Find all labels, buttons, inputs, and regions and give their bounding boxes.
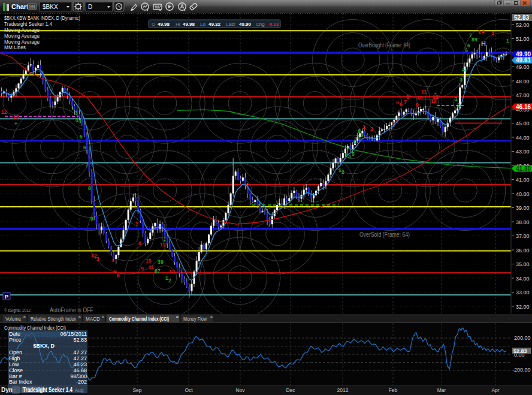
svg-text:9: 9 [141, 266, 144, 272]
svg-text:Dec: Dec [286, 387, 295, 393]
svg-text:4: 4 [111, 257, 114, 263]
svg-text:2: 2 [74, 110, 77, 116]
svg-text:9: 9 [161, 259, 164, 265]
svg-text:3: 3 [392, 120, 395, 126]
svg-text:MACD: MACD [86, 316, 100, 322]
svg-text:49.98: 49.98 [183, 22, 195, 27]
svg-text:1: 1 [506, 38, 509, 44]
svg-text:Date: Date [9, 331, 20, 337]
svg-text:Open: Open [9, 349, 22, 355]
svg-text:Moving Average: Moving Average [4, 33, 40, 39]
svg-text:51.00: 51.00 [516, 36, 530, 42]
svg-text:2: 2 [341, 169, 344, 175]
svg-text:6: 6 [400, 101, 403, 107]
svg-text:34.00: 34.00 [516, 276, 530, 282]
svg-text:47.00: 47.00 [516, 92, 530, 98]
svg-text:49.32: 49.32 [208, 22, 221, 27]
svg-text:Bar #: Bar # [9, 373, 22, 379]
svg-text:7: 7 [135, 221, 138, 227]
svg-text:×: × [176, 314, 179, 319]
svg-text:49.98: 49.98 [158, 22, 170, 27]
svg-text:© eSignal, 2012: © eSignal, 2012 [4, 307, 31, 313]
svg-text:7: 7 [356, 134, 359, 140]
svg-text:Volume: Volume [5, 316, 21, 322]
svg-text:32.00: 32.00 [516, 304, 530, 310]
svg-text:OverBought (Frame: 64): OverBought (Frame: 64) [358, 42, 410, 49]
svg-text:Commodity Channel Index (CCI): Commodity Channel Index (CCI) [4, 324, 66, 331]
svg-text:11: 11 [149, 264, 154, 270]
svg-text:H: H [481, 40, 486, 47]
svg-text:3: 3 [96, 256, 99, 262]
svg-text:46.16: 46.16 [516, 104, 531, 110]
svg-text:41.00: 41.00 [516, 177, 530, 183]
svg-text:52.00: 52.00 [516, 22, 530, 28]
svg-text:×: × [210, 314, 213, 319]
svg-text:7: 7 [158, 268, 161, 274]
svg-text:6: 6 [83, 144, 86, 150]
svg-text:3: 3 [460, 77, 463, 83]
svg-text:5: 5 [80, 134, 83, 140]
svg-text:Feb: Feb [389, 387, 398, 393]
svg-text:Relative Strength Index: Relative Strength Index [31, 316, 76, 322]
svg-text:1: 1 [455, 96, 458, 102]
svg-text:48.00: 48.00 [516, 79, 530, 85]
svg-text:8: 8 [406, 94, 409, 100]
svg-text:8: 8 [88, 185, 91, 191]
svg-text:35.00: 35.00 [516, 261, 530, 267]
svg-text:AutoFrame is OFF: AutoFrame is OFF [50, 306, 93, 313]
svg-text:2: 2 [457, 102, 460, 108]
svg-text:9: 9 [416, 102, 419, 108]
svg-text:38.00: 38.00 [516, 219, 530, 225]
svg-text:13: 13 [13, 114, 19, 120]
svg-text:6: 6 [353, 139, 356, 145]
svg-text:49.90: 49.90 [516, 51, 531, 58]
svg-text:151: 151 [29, 5, 36, 9]
svg-text:47.27: 47.27 [73, 355, 87, 361]
svg-text:Tradesight Seeker 1.4: Tradesight Seeker 1.4 [23, 387, 72, 393]
svg-text:-202: -202 [76, 379, 87, 385]
svg-text:52.83: 52.83 [514, 14, 529, 21]
svg-text:Commodity Channel Index (CCI): Commodity Channel Index (CCI) [109, 316, 169, 322]
svg-text:-0.13: -0.13 [268, 22, 279, 27]
svg-text:9: 9 [474, 37, 477, 43]
svg-text:44.00: 44.00 [516, 135, 530, 141]
svg-text:1: 1 [478, 29, 481, 35]
svg-text:49.00: 49.00 [516, 64, 530, 70]
svg-text:×: × [23, 314, 26, 319]
svg-text:13: 13 [169, 269, 175, 275]
svg-text:Close: Close [9, 367, 23, 373]
svg-text:41.80: 41.80 [516, 165, 531, 172]
svg-text:Chart: Chart [11, 3, 29, 10]
svg-text:4: 4 [395, 118, 398, 124]
svg-text:Price: Price [9, 337, 22, 343]
svg-text:Money Flow: Money Flow [183, 316, 207, 322]
svg-text:$BKX, D: $BKX, D [33, 343, 55, 349]
svg-text:43.00: 43.00 [516, 149, 530, 155]
svg-text:Hi: Hi [176, 22, 180, 27]
svg-text:Dyn: Dyn [1, 387, 13, 393]
svg-text:10: 10 [146, 258, 152, 264]
svg-text:6: 6 [117, 273, 120, 279]
svg-text:High: High [9, 355, 20, 361]
svg-text:-200.00: -200.00 [512, 367, 531, 373]
svg-text:9: 9 [361, 132, 364, 138]
svg-text:37.00: 37.00 [516, 233, 530, 239]
svg-text:46.23: 46.23 [73, 361, 87, 367]
svg-text:$BKX: $BKX [43, 4, 58, 10]
svg-text:Moving Average: Moving Average [4, 27, 40, 33]
svg-text:6: 6 [467, 43, 470, 49]
svg-text:5: 5 [352, 151, 355, 157]
svg-text:$BKX,KBW BANK INDEX, D (Dynami: $BKX,KBW BANK INDEX, D (Dynamic) [4, 15, 80, 21]
svg-text:33.00: 33.00 [516, 290, 530, 296]
svg-text:39.00: 39.00 [516, 205, 530, 211]
svg-text:3: 3 [491, 30, 494, 36]
svg-text:5: 5 [396, 99, 399, 105]
svg-text:O: O [152, 22, 155, 27]
svg-text:8: 8 [138, 240, 141, 246]
svg-text:36.00: 36.00 [516, 248, 530, 254]
svg-text:46.68: 46.68 [73, 367, 87, 373]
svg-text:10: 10 [417, 95, 423, 101]
svg-text:49.61: 49.61 [516, 57, 531, 64]
svg-text:*: * [164, 239, 166, 245]
svg-text:12: 12 [1, 109, 7, 115]
